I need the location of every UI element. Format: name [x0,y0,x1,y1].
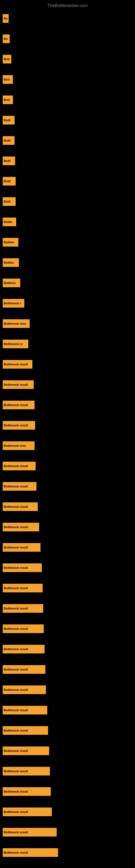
bar-label: Bottlene [4,281,16,284]
bar-label: Bottleneck result [4,383,28,386]
bar-row: Bottleneck resu [3,435,132,456]
bar-item: Bottleneck result [3,706,47,714]
bar-label: Bottlen [4,241,14,244]
bar-label: Bottleneck result [4,546,28,549]
bar-label: Bott [4,78,10,81]
bar-row: Bottlene [3,273,132,293]
bar-row: Bottleneck result [3,680,132,700]
bar-row: Bottleneck resu [3,313,132,334]
bar-label: Bottleneck result [4,790,28,793]
bar-label: Bottlen [4,261,14,264]
bar-item: Bottleneck resu [3,319,30,328]
bar-row: Bottleneck result [3,354,132,374]
bar-item: Bottleneck resu [3,441,35,450]
bar-item: Bottlen [3,238,18,247]
bar-item: Bottleneck result [3,360,32,369]
bar-label: Bottl [4,139,10,142]
bar-label: Bottleneck result [4,688,28,691]
bar-label: Bott [4,98,10,101]
bar-item: Bottleneck result [3,380,34,389]
bar-item: Bott [3,55,11,63]
bar-item: Bottleneck result [3,401,35,409]
bar-row: Bottleneck result [3,598,132,618]
bar-row: Bottleneck r [3,293,132,313]
bar-row: Bottleneck result [3,822,132,842]
bar-row: Bottleneck result [3,415,132,435]
bar-label: Bottl [4,159,10,162]
bar-item: Bottleneck result [3,502,38,511]
bar-label: Bottleneck result [4,424,28,427]
bar-item: Bottleneck result [3,462,36,470]
bar-item: Bottleneck result [3,848,58,857]
bar-item: Bott [3,95,13,104]
bar-label: Bottleneck result [4,464,28,468]
bar-row: Bottlen [3,232,132,252]
bar-row: Bottleneck result [3,496,132,517]
bar-label: Bottl [4,119,10,122]
bar-item: Bottlen [3,258,19,267]
bar-label: Bottl [4,180,10,183]
bar-row: Bottleneck result [3,639,132,659]
bar-row: Bott [3,49,132,69]
bar-item: Bott [3,75,13,84]
bar-row: Bottleneck result [3,720,132,741]
bar-label: Bottleneck result [4,648,28,651]
bar-item: Bottleneck result [3,685,46,694]
bar-label: Bottleneck r [4,302,21,305]
bar-row: Bottleneck result [3,842,132,863]
bar-label: Bottleneck result [4,403,28,407]
bar-label: Bottleneck result [4,749,28,752]
bar-label: Bottleneck resu [4,322,26,325]
bar-item: Bottleneck result [3,563,42,572]
bar-row: Bo [3,29,132,49]
bar-item: Bottl [3,197,16,206]
bar-label: Bottleneck re [4,342,23,346]
bar-label: Bottleneck resu [4,444,26,447]
bar-item: Bo [3,14,9,23]
bar-row: Bottl [3,110,132,130]
bar-row: Bottlen [3,252,132,273]
bar-item: Bottleneck result [3,828,57,837]
bar-row: Bottleneck result [3,537,132,557]
bar-label: Bottleneck result [4,668,28,671]
bar-row: Bottleneck result [3,456,132,476]
bar-row: Bottleneck result [3,802,132,822]
bar-item: Bottleneck result [3,807,52,816]
bar-label: Bottleneck result [4,851,28,854]
bar-label: Bottle [4,220,12,223]
bars-container: BoBoBottBottBottBottlBottlBottlBottlBott… [0,8,135,863]
bar-row: Bottleneck result [3,395,132,415]
bar-label: Bottleneck result [4,525,28,529]
bar-item: Bottleneck result [3,746,49,755]
bar-label: Bo [4,37,8,40]
bar-label: Bottleneck result [4,770,28,773]
bar-item: Bottleneck result [3,665,45,674]
bar-label: Bottleneck result [4,729,28,732]
bar-row: Bottleneck result [3,374,132,395]
bar-label: Bo [4,17,8,20]
bar-label: Bottleneck result [4,810,28,813]
bar-item: Bottleneck r [3,299,24,308]
bar-item: Bottleneck result [3,787,51,796]
bar-item: Bottleneck result [3,421,35,430]
bar-row: Bottleneck result [3,618,132,639]
bar-row: Bottleneck result [3,517,132,537]
bar-item: Bo [3,34,10,43]
bar-row: Bottle [3,212,132,232]
bar-row: Bottleneck result [3,557,132,578]
bar-item: Bottl [3,116,14,124]
bar-label: Bottleneck result [4,627,28,630]
bar-row: Bottl [3,151,132,171]
bar-item: Bottlene [3,279,20,287]
bar-label: Bottl [4,200,10,203]
bar-row: Bottl [3,191,132,212]
bar-label: Bottleneck result [4,485,28,488]
bar-label: Bott [4,58,10,61]
bar-item: Bottleneck result [3,604,43,613]
bar-item: Bottleneck result [3,645,45,653]
bar-label: Bottleneck result [4,831,28,834]
bar-label: Bottleneck result [4,586,28,590]
bar-item: Bottleneck result [3,584,43,592]
bar-row: Bott [3,90,132,110]
bar-item: Bottl [3,177,16,186]
